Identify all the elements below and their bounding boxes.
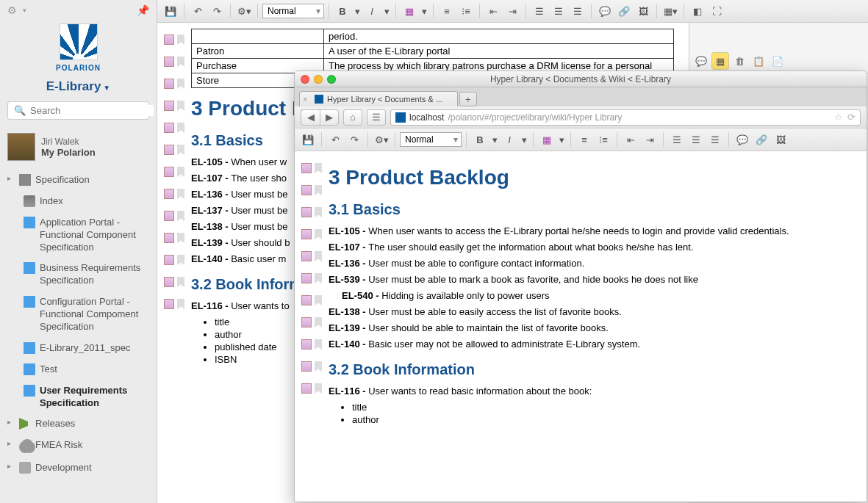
- comment-icon[interactable]: 💬: [692, 52, 710, 70]
- outdent-button[interactable]: ⇤: [484, 2, 502, 20]
- expand-button[interactable]: ⛶: [708, 2, 725, 20]
- user-row[interactable]: Jiri Walek My Polarion: [0, 127, 157, 167]
- save-button[interactable]: 💾: [299, 131, 317, 148]
- save-button[interactable]: 💾: [162, 2, 179, 20]
- italic-button[interactable]: I: [363, 2, 381, 20]
- nav-item-0[interactable]: ▸Specification: [0, 170, 157, 191]
- req-EL-105[interactable]: EL-105 - When user wants to access the E…: [329, 225, 852, 236]
- gutter-row[interactable]: [295, 179, 329, 201]
- nav-item-6[interactable]: Test: [0, 359, 157, 380]
- req-EL-139[interactable]: EL-139 - User should be able to maintain…: [329, 322, 852, 333]
- align-left-button[interactable]: ☰: [531, 2, 548, 20]
- comment-button[interactable]: 💬: [596, 2, 614, 20]
- gear-dropdown-icon[interactable]: ▾: [23, 7, 26, 14]
- link-button[interactable]: 🔗: [753, 131, 770, 148]
- gutter-row[interactable]: [157, 183, 191, 205]
- gutter-row[interactable]: [157, 293, 191, 315]
- nav-item-2[interactable]: Application Portal - Functional Componen…: [0, 212, 157, 258]
- gutter-row[interactable]: [157, 249, 191, 271]
- gutter-row[interactable]: [157, 205, 191, 227]
- italic-dd[interactable]: ▾: [520, 131, 528, 148]
- gutter-row[interactable]: [295, 157, 329, 179]
- table-button[interactable]: ▦▾: [661, 2, 679, 20]
- gutter-row[interactable]: [157, 139, 191, 161]
- indent-button[interactable]: ⇥: [641, 131, 659, 148]
- redo-button[interactable]: ↷: [345, 131, 363, 148]
- workitem-dd[interactable]: ▾: [557, 131, 566, 148]
- gutter-row[interactable]: [157, 29, 191, 51]
- panel-toggle-button[interactable]: ◧: [689, 2, 706, 20]
- req-EL-136[interactable]: EL-136 - User must be able to configure …: [329, 258, 852, 269]
- workitem-dd[interactable]: ▾: [420, 2, 428, 20]
- gutter-row[interactable]: [295, 355, 329, 377]
- bullist-button[interactable]: ⁝≡: [595, 131, 612, 148]
- req-EL-116[interactable]: EL-116 - User wants to read basic inform…: [329, 386, 852, 397]
- gutter-row[interactable]: [295, 289, 329, 311]
- delete-icon[interactable]: 🗑: [731, 52, 748, 70]
- search-input[interactable]: 🔍: [7, 101, 149, 120]
- copy-icon[interactable]: 📋: [750, 52, 767, 70]
- gutter-row[interactable]: [295, 267, 329, 289]
- gutter-row[interactable]: [157, 161, 191, 183]
- req-EL-539[interactable]: EL-539 - User must be able to mark a boo…: [329, 274, 852, 285]
- image-button[interactable]: 🖼: [772, 131, 789, 148]
- bookmark-icon[interactable]: ☆: [834, 112, 843, 123]
- italic-dd[interactable]: ▾: [382, 2, 391, 20]
- gutter-row[interactable]: [157, 73, 191, 95]
- redo-button[interactable]: ↷: [208, 2, 226, 20]
- nav-item-9[interactable]: ▸FMEA Risk: [0, 435, 157, 457]
- highlight-icon[interactable]: ▦: [711, 52, 729, 70]
- close-tab-icon[interactable]: ×: [303, 95, 307, 104]
- image-button[interactable]: 🖼: [634, 2, 652, 20]
- gutter-row[interactable]: [295, 333, 329, 355]
- zoom-window-icon[interactable]: [327, 75, 336, 84]
- minimize-window-icon[interactable]: [314, 75, 323, 84]
- italic-button[interactable]: I: [501, 131, 518, 148]
- undo-button[interactable]: ↶: [326, 131, 344, 148]
- nav-item-3[interactable]: Business Requirements Specification: [0, 258, 157, 292]
- style-select[interactable]: Normal: [262, 4, 324, 18]
- nav-item-8[interactable]: ▸Releases: [0, 413, 157, 435]
- nav-item-4[interactable]: Configuration Portal - Functional Compom…: [0, 292, 157, 338]
- req-EL-138[interactable]: EL-138 - User must be able to easily acc…: [329, 306, 852, 317]
- undo-button[interactable]: ↶: [189, 2, 207, 20]
- forward-button[interactable]: ▶: [320, 109, 339, 126]
- reader-button[interactable]: ☰: [367, 109, 386, 126]
- user-link[interactable]: My Polarion: [41, 147, 96, 158]
- gutter-row[interactable]: [295, 201, 329, 223]
- numlist-button[interactable]: ≡: [575, 131, 593, 148]
- link-button[interactable]: 🔗: [615, 2, 633, 20]
- nav-item-10[interactable]: ▸Development: [0, 457, 157, 479]
- align-left-button[interactable]: ☰: [668, 131, 686, 148]
- titlebar[interactable]: Hyper Library < Documents & Wiki < E-Lib…: [295, 71, 867, 87]
- url-input[interactable]: localhost/polarion/#/project/elibrary/wi…: [390, 109, 861, 126]
- req-EL-540[interactable]: EL-540 - Hidding is available only to po…: [342, 290, 852, 301]
- gear-icon[interactable]: ⚙: [7, 4, 17, 16]
- align-right-button[interactable]: ☰: [569, 2, 587, 20]
- gutter-row[interactable]: [295, 377, 329, 399]
- gutter-row[interactable]: [157, 271, 191, 293]
- req-EL-140[interactable]: EL-140 - Basic user may not be allowed t…: [329, 339, 852, 350]
- nav-item-7[interactable]: User Requirements Specification: [0, 380, 157, 414]
- gear-button[interactable]: ⚙▾: [235, 2, 253, 20]
- style-select[interactable]: Normal: [400, 132, 462, 147]
- align-right-button[interactable]: ☰: [706, 131, 724, 148]
- req-EL-107[interactable]: EL-107 - The user should easily get the …: [329, 242, 852, 253]
- gutter-row[interactable]: [295, 223, 329, 245]
- indent-button[interactable]: ⇥: [503, 2, 521, 20]
- comment-button[interactable]: 💬: [734, 131, 751, 148]
- gear-button[interactable]: ⚙▾: [373, 131, 390, 148]
- project-selector[interactable]: E-Library▼: [0, 73, 157, 101]
- gutter-row[interactable]: [157, 227, 191, 249]
- pin-icon[interactable]: 📌: [137, 4, 149, 16]
- align-center-button[interactable]: ☰: [687, 131, 705, 148]
- gutter-row[interactable]: [157, 51, 191, 73]
- reload-icon[interactable]: ⟳: [847, 112, 856, 123]
- browser-tab[interactable]: × Hyper Library < Documents & ...: [299, 91, 458, 106]
- bullist-button[interactable]: ⁝≡: [457, 2, 475, 20]
- workitem-button[interactable]: ▦: [401, 2, 418, 20]
- home-button[interactable]: ⌂: [343, 109, 362, 126]
- numlist-button[interactable]: ≡: [438, 2, 456, 20]
- gutter-row[interactable]: [157, 117, 191, 139]
- workitem-button[interactable]: ▦: [538, 131, 556, 148]
